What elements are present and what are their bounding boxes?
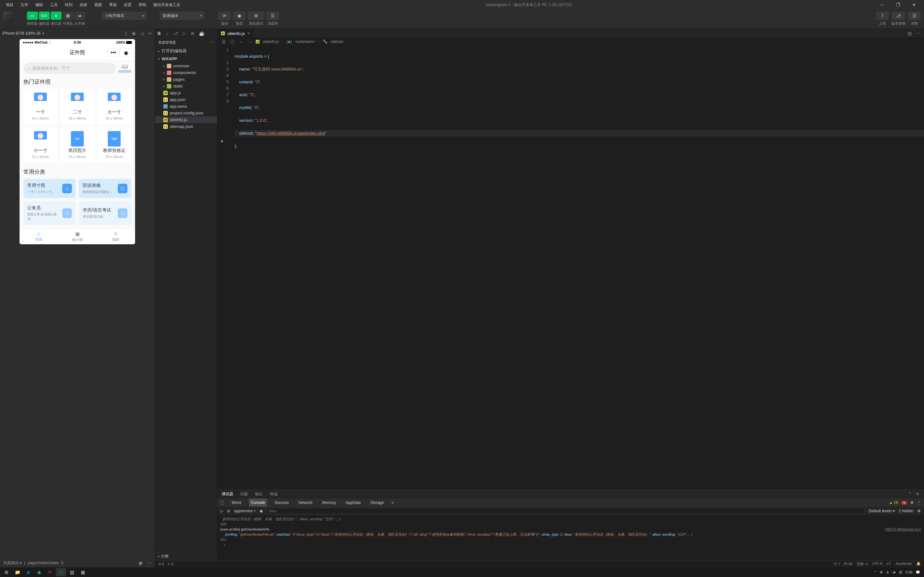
inspect-icon[interactable]: ⬚ bbox=[220, 500, 224, 505]
dt-wxml[interactable]: Wxml bbox=[230, 498, 243, 507]
search-panel-icon[interactable]: ⌕ bbox=[166, 31, 168, 36]
editor-more-icon[interactable]: ⋯ bbox=[916, 31, 921, 36]
console-settings-icon[interactable]: ⚙ bbox=[917, 509, 921, 513]
error-badge[interactable]: 1 bbox=[901, 501, 907, 504]
photo-card-2inch[interactable]: 二寸35 x 49mm bbox=[60, 89, 94, 124]
capsule[interactable]: ••• ◉ bbox=[107, 48, 132, 57]
menu-edit[interactable]: 编辑 bbox=[32, 1, 46, 9]
file-sitemap-json[interactable]: { }sitemap.json bbox=[155, 123, 217, 130]
visual-button[interactable]: ⊞ bbox=[63, 11, 73, 20]
eye-icon[interactable]: ◉ bbox=[139, 560, 142, 566]
simulator-button[interactable]: ▭ bbox=[27, 11, 38, 20]
task-edge[interactable]: ◉ bbox=[23, 568, 33, 576]
copy-icon[interactable]: ⎘ bbox=[61, 561, 63, 565]
tray-wifi-icon[interactable]: ⋔ bbox=[886, 570, 889, 574]
split-editor-icon[interactable]: ▥ bbox=[908, 31, 912, 36]
detail-button[interactable]: ☰ bbox=[908, 11, 921, 20]
dt-network[interactable]: Network bbox=[296, 498, 314, 507]
category-common[interactable]: 常用寸照一寸/二寸/小二寸...☺ bbox=[23, 179, 76, 198]
task-app2[interactable]: ▦ bbox=[78, 568, 88, 576]
tab-mine[interactable]: ☺我的 bbox=[97, 229, 135, 244]
files-icon[interactable]: 🗎 bbox=[157, 31, 162, 36]
crumb-file[interactable]: siteinfo.js bbox=[263, 39, 279, 44]
folder-static[interactable]: ▸static bbox=[155, 83, 217, 89]
menu-project[interactable]: 项目 bbox=[3, 1, 17, 9]
remote-debug-button[interactable]: ⚙ bbox=[248, 11, 264, 20]
phone-simulator[interactable]: ●●●●● WeChat ⋮ 0:39 100% 证件照 ••• ◉ bbox=[19, 39, 135, 244]
menu-view[interactable]: 视图 bbox=[91, 1, 105, 9]
maximize-button[interactable]: ❐ bbox=[891, 0, 905, 10]
tray-notif-icon[interactable]: 💬 bbox=[916, 570, 920, 574]
tab-debugger[interactable]: 调试器 bbox=[222, 492, 233, 497]
cut-icon[interactable]: ✂ bbox=[148, 31, 152, 36]
photo-card-small1inch[interactable]: 小一寸22 x 32mm bbox=[23, 127, 57, 163]
console-filter-input[interactable] bbox=[267, 508, 865, 514]
dt-console[interactable]: Console bbox=[249, 498, 267, 507]
debug-icon[interactable]: ▷ bbox=[183, 31, 186, 36]
start-button[interactable]: ⊞ bbox=[1, 568, 11, 576]
close-button[interactable]: ✕ bbox=[907, 0, 921, 10]
device-icon[interactable]: ▯ bbox=[125, 31, 128, 36]
debugger-button[interactable]: ≡ bbox=[51, 11, 61, 20]
editor-button[interactable]: </> bbox=[39, 11, 50, 20]
console-hidden[interactable]: 2 hidden bbox=[899, 509, 913, 513]
user-avatar[interactable] bbox=[3, 11, 13, 22]
menu-select[interactable]: 选择 bbox=[76, 1, 90, 9]
photo-card-teacher[interactable]: TQC教师资格证25 x 35mm bbox=[97, 127, 131, 163]
page-path-select[interactable]: 页面路径 ▾ bbox=[3, 560, 21, 566]
capsule-menu-icon[interactable]: ••• bbox=[107, 48, 120, 57]
task-app1[interactable]: ▧ bbox=[67, 568, 77, 576]
console-play-icon[interactable]: ▷ bbox=[220, 509, 223, 513]
file-app-json[interactable]: { }app.json bbox=[155, 96, 217, 103]
task-ppt[interactable]: P bbox=[45, 568, 55, 576]
open-editors-section[interactable]: ▸打开的编辑器 bbox=[155, 47, 217, 55]
panel-up-icon[interactable]: ⌃ bbox=[908, 492, 912, 496]
console-levels[interactable]: Default levels ▾ bbox=[869, 509, 895, 513]
git-icon[interactable]: ⎇ bbox=[173, 31, 178, 36]
minimize-button[interactable]: ─ bbox=[875, 0, 889, 10]
bell-icon[interactable]: 🔔 bbox=[916, 562, 921, 566]
log-source-link[interactable]: VM175 WAService.js:2 bbox=[885, 527, 921, 532]
tray-volume-icon[interactable]: 🕪 bbox=[892, 570, 896, 574]
menu-help[interactable]: 帮助 bbox=[136, 1, 150, 9]
category-civil[interactable]: 公务员国家公务员/省级公务员...☺ bbox=[23, 201, 76, 225]
record-icon[interactable]: ◉ bbox=[132, 31, 136, 36]
folder-common[interactable]: ▸common bbox=[155, 63, 217, 69]
menu-tools[interactable]: 工具 bbox=[47, 1, 61, 9]
dt-settings-icon[interactable]: ⚙ bbox=[910, 500, 914, 505]
clear-cache-button[interactable]: ☰ bbox=[266, 11, 279, 20]
shoot-guide-button[interactable]: 📖 拍摄指南 bbox=[118, 63, 131, 74]
photo-card-1inch[interactable]: 一寸25 x 35mm bbox=[23, 89, 57, 124]
dt-storage[interactable]: Storage bbox=[368, 498, 386, 507]
photo-card-resume[interactable]: CV简历照片25 x 35mm bbox=[60, 127, 94, 163]
tray-up-icon[interactable]: ⌃ bbox=[874, 570, 877, 574]
console-prompt[interactable]: › bbox=[220, 542, 921, 547]
tab-problems[interactable]: 问题 bbox=[240, 492, 248, 497]
task-chrome[interactable]: ◉ bbox=[34, 568, 44, 576]
add-line-icon[interactable]: + bbox=[220, 139, 223, 144]
compile-button[interactable]: ⟳ bbox=[218, 11, 231, 20]
dt-appdata[interactable]: AppData bbox=[344, 498, 363, 507]
more-icon[interactable]: ⋯ bbox=[147, 560, 152, 566]
list-icon[interactable]: ☰ bbox=[222, 39, 226, 44]
tab-output[interactable]: 输出 bbox=[255, 492, 263, 497]
console-context[interactable]: appservice ▾ bbox=[234, 509, 256, 513]
cup-icon[interactable]: ☕ bbox=[199, 31, 204, 36]
device-select[interactable]: iPhone 6/7/8 100% 16 bbox=[3, 31, 40, 35]
tab-terminal[interactable]: 终端 bbox=[270, 492, 278, 497]
eol[interactable]: LF bbox=[887, 562, 891, 566]
photo-card-big1inch[interactable]: 大一寸33 x 48mm bbox=[97, 89, 131, 124]
problems-errors[interactable]: ⊘ 0 bbox=[158, 562, 164, 566]
menu-interface[interactable]: 界面 bbox=[106, 1, 120, 9]
nav-back-icon[interactable]: ← bbox=[239, 39, 244, 44]
mute-icon[interactable]: ◁ bbox=[140, 31, 144, 36]
task-explorer[interactable]: 📁 bbox=[12, 568, 23, 576]
panel-close-icon[interactable]: ✕ bbox=[916, 492, 919, 496]
tray-ime[interactable]: 英 bbox=[899, 570, 903, 575]
file-project-config[interactable]: { }project.config.json bbox=[155, 110, 217, 116]
crumb-siteroot[interactable]: siteroot bbox=[331, 39, 343, 44]
dt-memory[interactable]: Memory bbox=[320, 498, 338, 507]
file-app-wxss[interactable]: ≡app.wxss bbox=[155, 103, 217, 110]
compile-select[interactable]: 普通编译 bbox=[160, 11, 204, 20]
tab-home[interactable]: ⌂首页 bbox=[19, 229, 58, 244]
